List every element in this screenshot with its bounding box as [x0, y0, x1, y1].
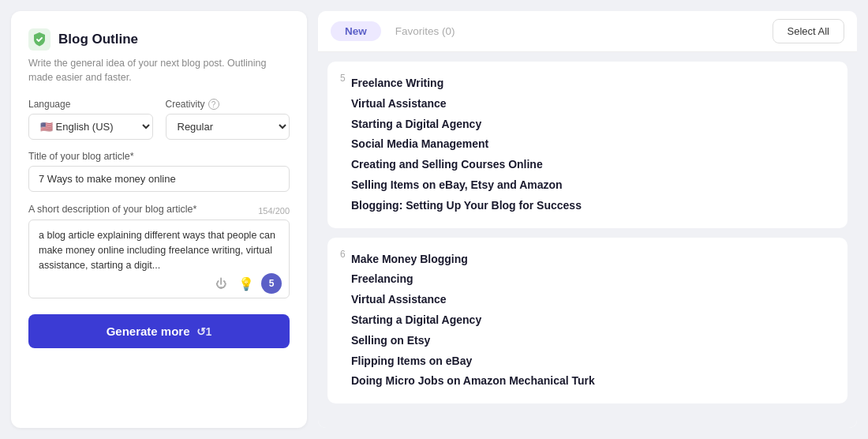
language-label: Language — [28, 99, 153, 110]
form-row-language-creativity: Language 🇺🇸 English (US) 🇬🇧 English (UK)… — [28, 99, 290, 140]
power-icon-button[interactable]: ⏻ — [211, 273, 231, 294]
generate-icon: ↺1 — [196, 325, 212, 338]
title-input[interactable] — [28, 166, 290, 192]
list-item: Make Money Blogging — [351, 250, 832, 269]
desc-header: A short description of your blog article… — [28, 203, 290, 216]
card-number-6: 6 — [340, 249, 346, 260]
list-item: Social Media Management — [351, 135, 832, 154]
textarea-actions: ⏻ 💡 5 — [211, 273, 282, 294]
creativity-group: Creativity ? Regular Low High — [166, 99, 290, 140]
lightbulb-icon-button[interactable]: 💡 — [236, 273, 256, 294]
desc-label: A short description of your blog article… — [28, 203, 196, 216]
badge-count: 5 — [261, 273, 282, 294]
card-items-5: Freelance Writing Virtual Assistance Sta… — [343, 74, 832, 216]
left-panel: Blog Outline Write the general idea of y… — [11, 11, 307, 428]
list-item: Freelance Writing — [351, 74, 832, 93]
list-item: Creating and Selling Courses Online — [351, 156, 832, 174]
list-item: Selling Items on eBay, Etsy and Amazon — [351, 176, 832, 195]
list-item: Doing Micro Jobs on Amazon Mechanical Tu… — [351, 372, 832, 391]
list-item: Virtual Assistance — [351, 95, 832, 114]
tabs-bar: New Favorites (0) Select All — [318, 11, 857, 52]
desc-textarea-wrapper: a blog article explaining different ways… — [28, 220, 290, 302]
list-item: Starting a Digital Agency — [351, 115, 832, 134]
list-item: Virtual Assistance — [351, 291, 832, 310]
shield-icon — [28, 28, 51, 51]
creativity-help-icon[interactable]: ? — [208, 99, 219, 110]
list-item: Blogging: Setting Up Your Blog for Succe… — [351, 197, 832, 216]
generate-more-button[interactable]: Generate more ↺1 — [28, 314, 290, 348]
select-all-button[interactable]: Select All — [773, 19, 844, 43]
tab-new[interactable]: New — [331, 21, 381, 41]
list-item: Freelancing — [351, 270, 832, 289]
title-label: Title of your blog article* — [28, 151, 290, 162]
tab-favorites[interactable]: Favorites (0) — [391, 21, 460, 41]
language-select[interactable]: 🇺🇸 English (US) 🇬🇧 English (UK) French S… — [28, 114, 153, 140]
list-item: Flipping Items on eBay — [351, 352, 832, 371]
list-item: Selling on Etsy — [351, 332, 832, 351]
result-card-5[interactable]: 5 Freelance Writing Virtual Assistance S… — [327, 62, 847, 228]
generate-label: Generate more — [107, 325, 190, 338]
creativity-label: Creativity ? — [166, 99, 290, 110]
panel-title: Blog Outline — [58, 32, 138, 47]
panel-subtitle: Write the general idea of your next blog… — [28, 57, 290, 84]
card-items-6: Make Money Blogging Freelancing Virtual … — [343, 250, 832, 392]
creativity-select[interactable]: Regular Low High — [166, 114, 290, 140]
card-number-5: 5 — [340, 73, 346, 84]
panel-header: Blog Outline — [28, 28, 290, 51]
list-item: Starting a Digital Agency — [351, 311, 832, 330]
right-panel: New Favorites (0) Select All 5 Freelance… — [307, 0, 868, 439]
result-card-6[interactable]: 6 Make Money Blogging Freelancing Virtua… — [327, 238, 847, 404]
results-area[interactable]: 5 Freelance Writing Virtual Assistance S… — [318, 52, 857, 428]
char-count: 154/200 — [258, 206, 290, 216]
language-group: Language 🇺🇸 English (US) 🇬🇧 English (UK)… — [28, 99, 153, 140]
